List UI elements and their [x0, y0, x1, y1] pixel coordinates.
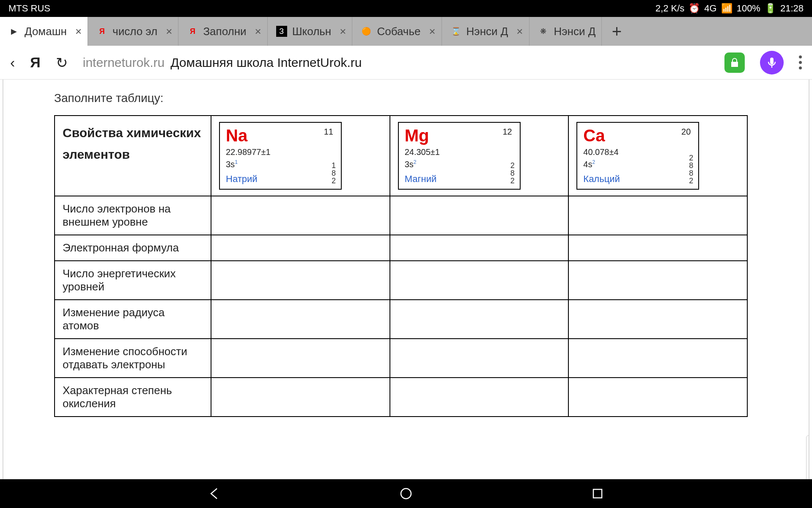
table-cell[interactable] [390, 339, 569, 378]
table-cell[interactable] [390, 261, 569, 300]
table-cell[interactable] [390, 196, 569, 235]
table-row: Характерная степень окисления [55, 378, 747, 417]
nav-home-button[interactable] [398, 485, 414, 502]
element-orbital: 4s2 [583, 159, 595, 169]
element-symbol: Ca [583, 127, 692, 144]
page-title: Домашняя школа InternetUrok.ru [170, 55, 362, 70]
table-cell[interactable] [211, 261, 390, 300]
element-symbol: Na [226, 127, 335, 144]
svg-rect-2 [593, 489, 602, 498]
menu-button[interactable] [799, 55, 802, 69]
favicon-icon: Я [187, 26, 198, 37]
element-shells: 282 [510, 162, 515, 185]
header-properties-label: Свойства химических элементов [63, 122, 203, 165]
tab-label: Заполни [203, 25, 246, 38]
recaptcha-badge[interactable]: Конфиденциальность - Условия использован… [806, 435, 809, 479]
row-label: Изменение радиуса атомов [55, 300, 211, 339]
tab-0[interactable]: ▶ Домашн × [0, 17, 88, 46]
element-number: 12 [502, 127, 512, 137]
row-label: Число энергетических уровней [55, 261, 211, 300]
row-label: Характерная степень окисления [55, 378, 211, 417]
table-cell[interactable] [211, 300, 390, 339]
browser-toolbar: ‹ Я ↻ interneturok.ru Домашняя школа Int… [0, 46, 812, 80]
signal-icon: 📶 [721, 3, 732, 14]
close-icon[interactable]: × [162, 25, 172, 38]
element-symbol: Mg [405, 127, 514, 144]
nav-back-button[interactable] [206, 485, 223, 502]
table-cell[interactable] [568, 378, 747, 417]
back-button[interactable]: ‹ [10, 54, 15, 71]
status-right-cluster: 2,2 K/s ⏰ 4G 📶 100% 🔋 21:28 [656, 3, 804, 14]
lock-icon[interactable] [724, 52, 745, 73]
yandex-home-button[interactable]: Я [30, 54, 40, 71]
page-content: Заполните таблицу: Свойства химических э… [3, 80, 809, 479]
favicon-icon: З [276, 26, 287, 37]
table-cell[interactable] [390, 378, 569, 417]
tab-label: Нэнси Д [554, 25, 596, 38]
battery-icon: 🔋 [765, 3, 776, 14]
voice-search-button[interactable] [760, 51, 784, 75]
table-row: Электронная формула [55, 235, 747, 261]
instruction-text: Заполните таблицу: [54, 91, 758, 105]
table-row: Число энергетических уровней [55, 261, 747, 300]
element-shells: 182 [332, 162, 336, 185]
table-cell[interactable] [211, 378, 390, 417]
tab-label: Собачье [377, 25, 420, 38]
element-card: Na 11 22.98977±1 3s1 Натрий 182 [219, 122, 342, 190]
favicon-icon: Я [96, 26, 107, 37]
element-mass: 24.305±1 [405, 147, 440, 157]
close-icon[interactable]: × [252, 25, 261, 38]
element-mass: 22.98977±1 [226, 147, 271, 157]
element-orbital: 3s2 [405, 159, 417, 169]
chemistry-table: Свойства химических элементов Na 11 22.9… [54, 115, 748, 417]
table-cell[interactable] [568, 300, 747, 339]
svg-point-1 [401, 489, 411, 499]
android-status-bar: MTS RUS 2,2 K/s ⏰ 4G 📶 100% 🔋 21:28 [0, 0, 812, 17]
alarm-icon: ⏰ [689, 3, 700, 14]
close-icon[interactable]: × [425, 25, 435, 38]
element-card: Ca 20 40.078±4 4s2 Кальций 2882 [576, 122, 699, 190]
android-nav-bar [0, 479, 812, 508]
table-row: Число электронов на внешнем уровне [55, 196, 747, 235]
net-type: 4G [704, 3, 716, 14]
table-cell[interactable] [568, 261, 747, 300]
tab-label: Школьн [292, 25, 331, 38]
tab-label: Нэнси Д [466, 25, 508, 38]
element-number: 11 [324, 127, 333, 137]
tab-label: Домашн [25, 25, 67, 38]
table-cell[interactable] [568, 235, 747, 261]
tab-6[interactable]: ❋ Нэнси Д [529, 17, 602, 46]
favicon-icon: ⌛ [450, 26, 461, 37]
table-cell[interactable] [390, 235, 569, 261]
address-bar[interactable]: interneturok.ru Домашняя школа InternetU… [83, 55, 709, 70]
tab-4[interactable]: 🟠 Собачье × [352, 17, 442, 46]
tab-3[interactable]: З Школьн × [268, 17, 353, 46]
table-cell[interactable] [568, 339, 747, 378]
element-card: Mg 12 24.305±1 3s2 Магний 282 [398, 122, 521, 190]
close-icon[interactable]: × [72, 25, 82, 38]
element-name: Кальций [583, 174, 620, 185]
net-speed: 2,2 K/s [656, 3, 684, 14]
table-cell[interactable] [211, 235, 390, 261]
row-label: Число электронов на внешнем уровне [55, 196, 211, 235]
new-tab-button[interactable]: + [602, 17, 631, 46]
close-icon[interactable]: × [513, 25, 523, 38]
row-label: Изменение способности отдавать электроны [55, 339, 211, 378]
table-cell[interactable] [211, 339, 390, 378]
close-icon[interactable]: × [336, 25, 346, 38]
svg-rect-0 [770, 58, 774, 64]
nav-recent-button[interactable] [589, 485, 606, 502]
element-name: Магний [405, 174, 437, 185]
tab-1[interactable]: Я число эл × [88, 17, 178, 46]
table-cell[interactable] [390, 300, 569, 339]
tab-2[interactable]: Я Заполни × [178, 17, 267, 46]
browser-tab-strip: ▶ Домашн × Я число эл × Я Заполни × З Шк… [0, 17, 812, 46]
table-cell[interactable] [211, 196, 390, 235]
table-row: Изменение способности отдавать электроны [55, 339, 747, 378]
table-cell[interactable] [568, 196, 747, 235]
element-header-mg: Mg 12 24.305±1 3s2 Магний 282 [390, 116, 569, 196]
reload-button[interactable]: ↻ [56, 54, 68, 71]
tab-5[interactable]: ⌛ Нэнси Д × [442, 17, 529, 46]
clock: 21:28 [780, 3, 804, 14]
table-row: Изменение радиуса атомов [55, 300, 747, 339]
